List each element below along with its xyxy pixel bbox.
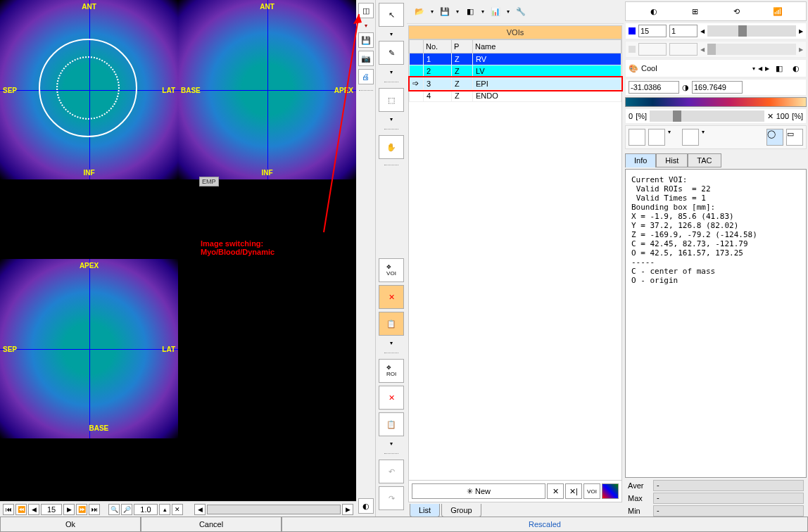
prev-fast-button[interactable]: ⏪ (15, 504, 27, 515)
view-mode-3-button[interactable] (682, 129, 699, 146)
voi-row[interactable]: 2ZLV (410, 65, 621, 77)
camera-icon[interactable]: 📷 (358, 51, 374, 66)
info-tab[interactable]: Info (625, 153, 656, 167)
colormap-edit-icon[interactable]: ◧ (772, 61, 786, 75)
tac-tab[interactable]: TAC (688, 153, 721, 167)
roi-copy-tool[interactable]: 📋 (379, 412, 404, 436)
contrast-mode-icon[interactable]: ◐ (647, 4, 661, 18)
chart-dropdown[interactable]: ▾ (507, 8, 510, 15)
scroll-left-button[interactable]: ◀ (194, 504, 206, 515)
save-dropdown[interactable]: ▾ (456, 8, 459, 15)
view-mode-2-button[interactable] (648, 129, 665, 146)
last-frame-button[interactable]: ⏭ (89, 504, 100, 515)
chart-icon[interactable]: 📊 (488, 5, 503, 19)
window-lock-icon[interactable]: ✕ (767, 112, 774, 121)
slice-b-input[interactable] (669, 25, 697, 37)
save-icon[interactable]: 💾 (438, 5, 452, 19)
voi-row[interactable]: 1ZRV (410, 53, 621, 65)
view-mode3-dropdown[interactable]: ▾ (702, 129, 705, 146)
voi-row-selected[interactable]: ➩3ZEPI (410, 77, 621, 90)
save-image-icon[interactable]: 💾 (358, 32, 374, 48)
layout-icon[interactable]: ◫ (358, 3, 374, 18)
zoom-input[interactable] (134, 504, 158, 515)
shape-rect-button[interactable]: ▭ (786, 129, 803, 146)
group-tab[interactable]: Group (441, 504, 481, 517)
voi-props-button[interactable]: VOI (583, 483, 600, 499)
voi-top-toolbar: 📂▾ 💾▾ ◧▾ 📊▾ 🔧 (407, 0, 624, 24)
col-p[interactable]: P (452, 40, 473, 53)
remove-voi-button[interactable]: ✕ (547, 483, 564, 499)
pointer-dropdown[interactable]: ▾ (387, 30, 396, 38)
cube-dropdown[interactable]: ▾ (387, 115, 396, 123)
prev-frame-button[interactable]: ◀ (28, 504, 39, 515)
image-switch-dropdown[interactable]: ▾ (362, 21, 370, 30)
remove-all-button[interactable]: ✕| (565, 483, 582, 499)
col-no[interactable]: No. (424, 40, 452, 53)
slice-prev[interactable]: ◀ (700, 28, 705, 34)
wrench-icon[interactable]: 🔧 (514, 5, 528, 19)
hla-view[interactable]: ANT INF BASE APEX EMP (178, 0, 356, 179)
pointer-tool[interactable]: ↖ (379, 3, 404, 27)
slice-a-input[interactable] (638, 25, 667, 37)
voi-copy-dropdown[interactable]: ▾ (387, 338, 396, 347)
info-icon[interactable]: ◐ (358, 498, 374, 514)
open-dropdown[interactable]: ▾ (431, 8, 434, 15)
first-frame-button[interactable]: ⏮ (3, 504, 14, 515)
zoom-out-button[interactable]: 🔍 (108, 504, 120, 515)
open-icon[interactable]: 📂 (412, 5, 427, 19)
colormap-name: Cool (641, 64, 750, 72)
slice-slider[interactable] (707, 25, 796, 37)
vla-label-right: LAT (162, 345, 175, 353)
right-panel: ◐ ⊞ ⟲ 📶 ◀ ▶ ◀ ▶ 🎨 Cool ▾ ◀ ▶ ◧ (624, 0, 808, 532)
colormap-next[interactable]: ▶ (765, 65, 769, 72)
contrast-dropdown[interactable]: ▾ (481, 8, 484, 15)
hand-tool[interactable]: ✋ (379, 135, 404, 159)
print-icon[interactable]: 🖨 (358, 69, 374, 84)
list-tab[interactable]: List (410, 504, 440, 517)
roi-copy-dropdown[interactable]: ▾ (387, 439, 396, 448)
cancel-button[interactable]: Cancel (141, 517, 282, 532)
broadcast-icon[interactable]: 📶 (771, 4, 785, 18)
colormap-invert-icon[interactable]: ◐ (789, 61, 803, 75)
grid-mode-icon[interactable]: ⊞ (688, 4, 702, 18)
zoom-reset-button[interactable]: ✕ (172, 504, 183, 515)
roi-move-tool[interactable]: ✥ROI (379, 359, 404, 383)
voi-row[interactable]: 4ZENDO (410, 90, 621, 102)
zoom-up-button[interactable]: ▴ (159, 504, 170, 515)
view-mode-dropdown[interactable]: ▾ (668, 129, 671, 146)
window-slider[interactable] (650, 110, 764, 122)
contour-dropdown[interactable]: ▾ (387, 68, 396, 76)
voi-color-button[interactable] (602, 483, 619, 499)
zoom-in-button[interactable]: 🔎 (121, 504, 132, 515)
colormap-prev[interactable]: ◀ (758, 65, 762, 72)
new-voi-button[interactable]: ✳ New (412, 483, 545, 499)
next-frame-button[interactable]: ▶ (63, 504, 75, 515)
voi-delete-tool[interactable]: ✕ (379, 285, 404, 309)
palette-icon[interactable]: 🎨 (629, 64, 638, 73)
slice-next[interactable]: ▶ (799, 28, 803, 34)
vla-view[interactable]: APEX BASE SEP LAT (0, 259, 178, 438)
cube-tool[interactable]: ⬚ (379, 88, 404, 112)
window-low-input[interactable] (629, 81, 679, 94)
shape-circle-button[interactable]: ◯ (766, 129, 783, 146)
frame-input[interactable] (41, 504, 62, 515)
scroll-right-button[interactable]: ▶ (342, 504, 353, 515)
voi-move-tool[interactable]: ✥VOI (379, 258, 404, 282)
col-name[interactable]: Name (473, 40, 621, 53)
next-fast-button[interactable]: ⏩ (76, 504, 87, 515)
undo-button[interactable]: ↶ (379, 460, 404, 483)
roi-delete-tool[interactable]: ✕ (379, 386, 404, 410)
ok-button[interactable]: Ok (0, 517, 141, 532)
redo-button[interactable]: ↷ (379, 486, 404, 510)
window-high-input[interactable] (692, 81, 743, 94)
voi-copy-tool[interactable]: 📋 (379, 312, 404, 336)
scrollbar[interactable] (207, 505, 341, 514)
contour-tool[interactable]: ✎ (379, 41, 404, 65)
view-mode-1-button[interactable] (629, 129, 645, 146)
half-moon-icon[interactable]: ◑ (682, 83, 689, 92)
short-axis-view[interactable]: ANT INF SEP LAT (0, 0, 178, 179)
colormap-dropdown[interactable]: ▾ (752, 65, 755, 72)
contrast-icon[interactable]: ◧ (463, 5, 477, 19)
sync-icon[interactable]: ⟲ (729, 4, 743, 18)
hist-tab[interactable]: Hist (656, 153, 688, 167)
